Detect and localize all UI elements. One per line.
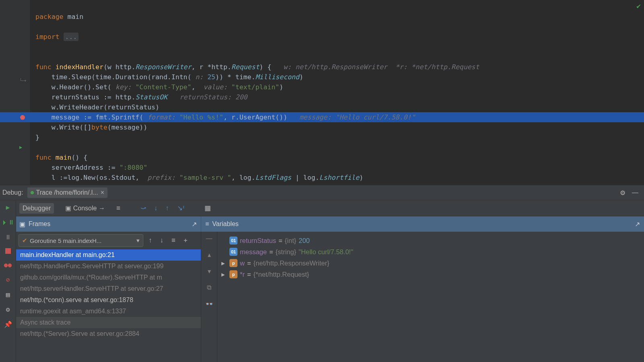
- stack-frame[interactable]: net/http.(*conn).serve at server.go:1878: [16, 294, 201, 306]
- step-over-icon[interactable]: ⤻: [140, 204, 146, 212]
- async-header: Async stack trace: [16, 317, 201, 328]
- settings-icon[interactable]: ⚙: [620, 189, 625, 197]
- debug-label: Debug:: [2, 189, 23, 196]
- evaluate-icon[interactable]: ▦: [204, 204, 211, 212]
- variables-list-icon: ≡: [205, 220, 209, 228]
- resume-icon[interactable]: ⏵⏸: [2, 218, 14, 226]
- collapse-icon[interactable]: —: [206, 235, 213, 242]
- variable-row[interactable]: 01 message = {string} "Hello curl/7.58.0…: [221, 246, 640, 257]
- frames-restore-icon[interactable]: ↗: [192, 220, 197, 228]
- variables-title: Variables: [212, 220, 239, 228]
- breakpoint-marker[interactable]: [20, 115, 25, 120]
- stack-frame[interactable]: main.indexHandler at main.go:21: [16, 249, 201, 261]
- check-icon: ✔: [22, 237, 27, 244]
- debugger-tab[interactable]: Debugger: [19, 203, 54, 214]
- step-out-icon[interactable]: ↑: [165, 204, 169, 212]
- scroll-down-icon[interactable]: ▾: [208, 267, 211, 275]
- stack-frame[interactable]: runtime.goexit at asm_amd64.s:1337: [16, 306, 201, 317]
- copy-icon[interactable]: ⧉: [207, 284, 211, 291]
- run-gutter-icon[interactable]: ▶: [19, 144, 22, 150]
- stack-frame[interactable]: github.com/gorilla/mux.(*Router).ServeHT…: [16, 272, 201, 283]
- expand-icon[interactable]: ▸: [221, 259, 227, 267]
- frames-panel: ✔ Goroutine 5 main.indexH... ▾ ↑ ↓ ≡ + m…: [16, 232, 201, 362]
- stack-frame[interactable]: net/http.serverHandler.ServeHTTP at serv…: [16, 283, 201, 294]
- view-icon[interactable]: 👓: [205, 300, 213, 308]
- cursor-arrow-icon: ⮡: [20, 77, 27, 85]
- goroutine-select[interactable]: ✔ Goroutine 5 main.indexH... ▾: [19, 234, 143, 247]
- panels-header: ▣ Frames ↗ ≡ Variables ↗: [16, 216, 644, 232]
- pin-icon[interactable]: 📌: [4, 321, 12, 328]
- layout-icon[interactable]: ▤: [6, 291, 10, 298]
- rerun-icon[interactable]: ▶: [6, 204, 10, 211]
- frames-side-tools: — ▴ ▾ ⧉ 👓: [201, 232, 217, 362]
- frame-list: main.indexHandler at main.go:21 net/http…: [16, 249, 201, 362]
- run-to-cursor-icon[interactable]: ↘ᶦ: [177, 204, 184, 212]
- code-content: package main import ... func indexHandle…: [35, 2, 644, 185]
- next-frame-icon[interactable]: ↓: [160, 237, 164, 245]
- pointer-badge-icon: p: [229, 259, 237, 267]
- stack-frame[interactable]: net/http.HandlerFunc.ServeHTTP at server…: [16, 261, 201, 272]
- minimize-icon[interactable]: —: [632, 189, 638, 196]
- code-editor[interactable]: ▶ ⮡ ✔ package main import ... func index…: [0, 0, 644, 185]
- variable-row[interactable]: 01 returnStatus = {int} 200: [221, 235, 640, 246]
- filter-frames-icon[interactable]: ≡: [171, 237, 175, 245]
- primitive-badge-icon: 01: [229, 237, 237, 245]
- variable-row[interactable]: ▸ p w = {net/http.ResponseWriter}: [221, 257, 640, 269]
- stack-frame[interactable]: net/http.(*Server).Serve at server.go:28…: [16, 328, 201, 339]
- step-into-icon[interactable]: ↓: [154, 204, 158, 212]
- view-breakpoints-icon[interactable]: ●●: [4, 261, 12, 269]
- expand-icon[interactable]: ▸: [221, 271, 227, 278]
- debug-left-rail: ▶ ⏵⏸ ⏸ ●● ⊘ ▤ ⚙ 📌: [0, 200, 16, 362]
- more-settings-icon[interactable]: ⚙: [6, 306, 10, 313]
- stop-icon[interactable]: [5, 248, 11, 254]
- goroutine-label: Goroutine 5 main.indexH...: [30, 237, 101, 244]
- scroll-up-icon[interactable]: ▴: [208, 251, 211, 259]
- close-tab-icon[interactable]: ×: [101, 189, 104, 196]
- add-frame-icon[interactable]: +: [184, 237, 188, 245]
- variables-panel: 01 returnStatus = {int} 200 01 message =…: [217, 232, 644, 362]
- debug-toolbar: Debugger ▣ Console → ≡ ⤻ ↓ ↑ ↘ᶦ ▦: [16, 200, 644, 216]
- primitive-badge-icon: 01: [229, 248, 237, 256]
- session-name: Trace /home/florin/.l...: [36, 189, 98, 196]
- console-tab[interactable]: ▣ Console →: [62, 203, 108, 214]
- variables-restore-icon[interactable]: ↗: [635, 220, 640, 228]
- chevron-down-icon: ▾: [136, 237, 140, 244]
- debug-session-tab[interactable]: Trace /home/florin/.l... ×: [27, 187, 107, 198]
- threads-icon[interactable]: ≡: [116, 204, 120, 212]
- frames-title: Frames: [29, 220, 50, 228]
- variable-row[interactable]: ▸ p *r = {*net/http.Request}: [221, 269, 640, 280]
- running-dot-icon: [31, 191, 34, 194]
- prev-frame-icon[interactable]: ↑: [149, 237, 152, 245]
- pointer-badge-icon: p: [229, 270, 237, 278]
- gutter: [0, 0, 30, 185]
- frames-stack-icon: ▣: [19, 220, 25, 228]
- pause-icon[interactable]: ⏸: [5, 233, 11, 241]
- mute-breakpoints-icon[interactable]: ⊘: [6, 276, 10, 284]
- debug-panel: ▶ ⏵⏸ ⏸ ●● ⊘ ▤ ⚙ 📌 Debugger ▣ Console → ≡…: [0, 200, 644, 362]
- debug-panel-header: Debug: Trace /home/florin/.l... × ⚙ —: [0, 185, 644, 200]
